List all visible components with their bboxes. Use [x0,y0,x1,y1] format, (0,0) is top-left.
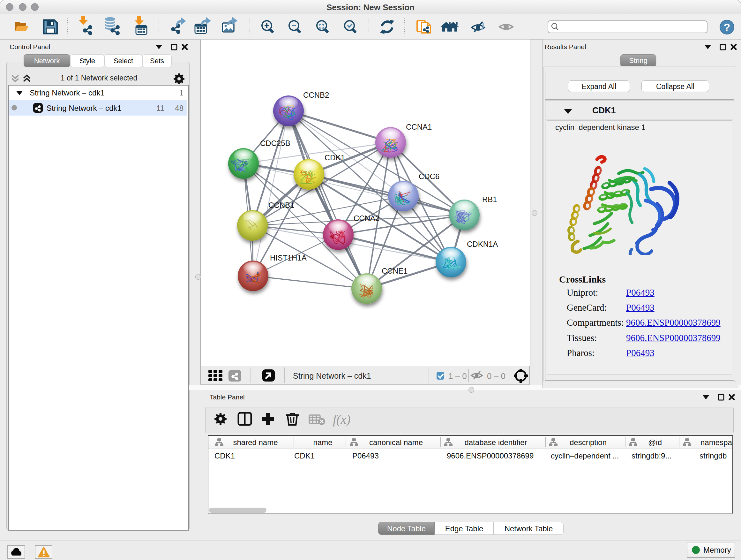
svg-text:String Network – cdk1: String Network – cdk1 [293,371,371,380]
svg-text:name: name [313,438,332,447]
svg-text:HIST1H1A: HIST1H1A [270,253,307,262]
svg-text:database identifier: database identifier [464,438,527,447]
svg-text:CCNB1: CCNB1 [268,201,294,209]
svg-text:RB1: RB1 [482,195,497,204]
svg-text:CCNA1: CCNA1 [406,123,432,131]
svg-text:?: ? [724,21,731,33]
svg-text:canonical name: canonical name [369,438,423,447]
svg-text:CDC25B: CDC25B [260,139,290,147]
svg-text:CDKN1A: CDKN1A [467,240,498,248]
svg-text:CDK1: CDK1 [325,153,345,162]
svg-text:f(x): f(x) [333,412,351,427]
svg-text:@id: @id [648,438,662,447]
svg-text:1 – 0: 1 – 0 [448,371,467,381]
svg-text:0 – 0: 0 – 0 [487,371,506,381]
svg-text:CCNB2: CCNB2 [303,91,329,99]
svg-text:shared name: shared name [233,438,278,447]
svg-text:namespace: namespace [700,438,732,447]
svg-text:CCNA2: CCNA2 [354,214,380,223]
svg-text:description: description [569,438,607,447]
svg-text:CDC6: CDC6 [419,172,440,181]
svg-text:CCNE1: CCNE1 [382,266,408,275]
